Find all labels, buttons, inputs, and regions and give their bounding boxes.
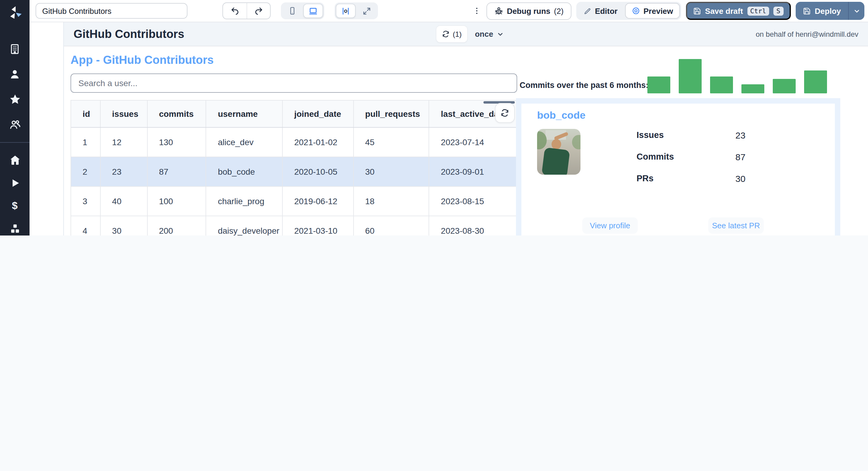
save-draft-button[interactable]: Save draft Ctrl S <box>686 2 790 20</box>
stat-label: Commits <box>637 152 674 161</box>
user-icon[interactable] <box>8 67 22 81</box>
column-header[interactable]: commits <box>147 101 206 127</box>
table-cell: 2 <box>71 157 101 186</box>
layout-toggle-group <box>335 2 378 19</box>
contributors-table: id issues commits username joined_date p… <box>70 100 518 236</box>
left-gutter <box>30 22 64 236</box>
app-header-bar: GitHub Contributors (1) once <box>64 22 868 46</box>
schedule-select[interactable]: once <box>475 30 504 38</box>
stat-label: PRs <box>637 173 653 183</box>
desktop-view-button[interactable] <box>303 4 323 18</box>
redo-button[interactable] <box>247 3 270 19</box>
table-cell: 30 <box>101 216 148 236</box>
deploy-dropdown-button[interactable] <box>849 2 864 20</box>
table-row[interactable]: 112130alice_dev2021-01-02452023-07-14 <box>71 128 518 157</box>
view-profile-button[interactable]: View profile <box>582 217 638 234</box>
page: $ <box>0 0 868 236</box>
table-cell: 87 <box>147 157 206 186</box>
on-behalf-of-text: on behalf of henri@windmill.dev <box>755 30 858 38</box>
chart-bar <box>804 70 827 93</box>
chart-bar <box>773 79 796 93</box>
table-cell: 45 <box>354 128 430 157</box>
table-cell: 130 <box>147 128 206 157</box>
table-refresh-button[interactable] <box>495 103 515 123</box>
shortcut-s-key: S <box>773 6 783 15</box>
app-canvas: App - GitHub Contributors id issues comm… <box>64 46 868 236</box>
table-cell: 100 <box>147 187 206 215</box>
debug-runs-button[interactable]: Debug runs (2) <box>487 2 571 20</box>
table-cell: 2023-08-15 <box>430 187 518 215</box>
sidebar-divider <box>0 142 30 143</box>
chart-bar <box>741 84 764 93</box>
column-header[interactable]: issues <box>101 101 148 127</box>
deploy-button[interactable]: Deploy <box>795 6 848 15</box>
windmill-logo-icon[interactable] <box>7 5 23 21</box>
see-latest-pr-button[interactable]: See latest PR <box>708 217 764 234</box>
chart-bar <box>710 76 733 93</box>
table-cell: 200 <box>147 216 206 236</box>
workspace-icon[interactable] <box>8 42 22 56</box>
table-cell: daisy_developer <box>207 216 283 236</box>
debug-runs-label: Debug runs <box>507 6 550 15</box>
debug-runs-count: (2) <box>554 6 564 15</box>
table-cell: 18 <box>354 187 430 215</box>
chart-bar <box>647 76 670 93</box>
preview-tab[interactable]: Preview <box>625 3 680 19</box>
star-icon[interactable] <box>8 93 22 106</box>
app-page-title: App - GitHub Contributors <box>70 54 214 67</box>
stat-value: 30 <box>735 173 745 184</box>
chart-bar <box>679 59 702 93</box>
users-icon[interactable] <box>8 118 22 131</box>
right-panel: bob_code Issues 23 Commits 87 PRs 30 V <box>516 98 840 236</box>
mobile-view-button[interactable] <box>282 4 302 18</box>
editor-tab[interactable]: Editor <box>578 3 624 19</box>
runs-play-icon[interactable] <box>8 176 22 190</box>
table-cell: bob_code <box>207 157 283 186</box>
table-cell: 2020-10-05 <box>283 157 353 186</box>
editor-preview-toggle: Editor Preview <box>576 2 681 20</box>
column-header[interactable]: joined_date <box>283 101 353 127</box>
user-card-title: bob_code <box>537 110 586 122</box>
shortcut-ctrl-key: Ctrl <box>747 6 769 15</box>
table-cell: 30 <box>354 157 430 186</box>
user-card: bob_code Issues 23 Commits 87 PRs 30 V <box>521 104 835 236</box>
editor-toolbar: Debug runs (2) Editor <box>30 0 868 22</box>
user-avatar <box>537 129 581 175</box>
pencil-icon <box>584 7 591 15</box>
table-cell: 2021-03-10 <box>283 216 353 236</box>
table-header-row: id issues commits username joined_date p… <box>71 101 518 128</box>
column-header[interactable]: pull_requests <box>354 101 430 127</box>
table-row[interactable]: 340100charlie_prog2019-06-12182023-08-15 <box>71 187 518 216</box>
column-header[interactable]: id <box>71 101 101 127</box>
stat-value: 23 <box>735 130 745 140</box>
app-name-input[interactable] <box>36 3 187 19</box>
save-icon <box>693 7 701 15</box>
center-align-button[interactable] <box>336 4 355 18</box>
save-draft-label: Save draft <box>705 6 743 15</box>
refresh-count-button[interactable]: (1) <box>436 25 467 43</box>
more-options-kebab-icon[interactable] <box>472 3 482 19</box>
column-header[interactable]: username <box>207 101 283 127</box>
search-input[interactable] <box>70 73 517 93</box>
table-row[interactable]: 22387bob_code2020-10-05302023-09-01 <box>71 157 518 187</box>
table-row[interactable]: 430200daisy_developer2021-03-10602023-08… <box>71 216 518 236</box>
table-cell: alice_dev <box>207 128 283 157</box>
variables-dollar-icon[interactable]: $ <box>8 199 22 213</box>
commits-chart <box>647 59 828 93</box>
table-cell: 12 <box>101 128 148 157</box>
undo-redo-group <box>222 2 271 19</box>
resources-cubes-icon[interactable] <box>8 222 22 236</box>
table-cell: 2021-01-02 <box>283 128 353 157</box>
home-icon[interactable] <box>8 154 22 167</box>
refresh-icon <box>500 108 509 117</box>
undo-button[interactable] <box>223 3 247 19</box>
table-cell: charlie_prog <box>207 187 283 215</box>
save-icon <box>803 7 810 15</box>
table-cell: 2023-09-01 <box>430 157 518 186</box>
table-cell: 4 <box>71 216 101 236</box>
fullscreen-expand-button[interactable] <box>357 4 377 18</box>
preview-label: Preview <box>644 6 673 15</box>
chevron-down-icon <box>852 7 861 15</box>
table-cell: 2023-08-30 <box>430 216 518 236</box>
commits-chart-label: Commits over the past 6 months: <box>520 81 649 90</box>
